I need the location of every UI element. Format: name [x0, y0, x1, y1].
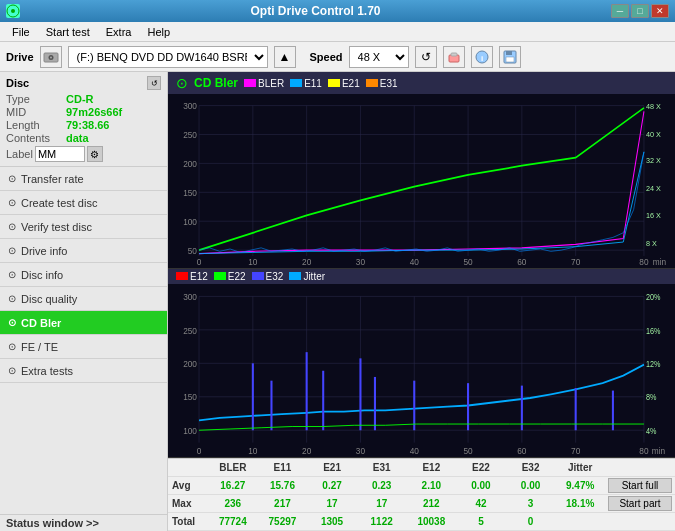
legend-bler-color [244, 79, 256, 87]
svg-text:40 X: 40 X [646, 129, 661, 138]
svg-text:min: min [653, 257, 666, 268]
stats-total-e31: 1122 [357, 516, 407, 527]
svg-text:80: 80 [639, 445, 648, 456]
svg-rect-50 [168, 284, 675, 458]
svg-text:16 X: 16 X [646, 210, 661, 219]
eject-button[interactable]: ▲ [274, 46, 296, 68]
disc-label-input[interactable] [35, 146, 85, 162]
sidebar: Disc ↺ Type CD-R MID 97m26s66f Length 79… [0, 72, 168, 531]
legend-e21-label: E21 [342, 78, 360, 89]
svg-point-4 [50, 56, 52, 58]
nav-disc-info-label: Disc info [21, 269, 63, 281]
nav-verify-test-disc-label: Verify test disc [21, 221, 92, 233]
disc-contents-key: Contents [6, 132, 66, 144]
chart1-header: ⊙ CD Bler BLER E11 E21 E31 [168, 72, 675, 94]
disc-contents-row: Contents data [6, 132, 161, 144]
stats-avg-jitter: 9.47% [555, 480, 605, 491]
svg-text:0: 0 [197, 445, 202, 456]
stats-total-e12: 10038 [407, 516, 457, 527]
maximize-button[interactable]: □ [631, 4, 649, 18]
erase-button[interactable] [443, 46, 465, 68]
drive-label: Drive [6, 51, 34, 63]
stats-avg-e32: 0.00 [506, 480, 556, 491]
extra-tests-icon: ⊙ [8, 365, 16, 376]
stats-header-e11: E11 [258, 462, 308, 473]
svg-point-1 [11, 9, 15, 13]
svg-text:80: 80 [639, 257, 648, 268]
stats-header-e22: E22 [456, 462, 506, 473]
nav-create-test-disc-label: Create test disc [21, 197, 97, 209]
start-full-button[interactable]: Start full [608, 478, 672, 493]
svg-text:10: 10 [248, 257, 257, 268]
stats-max-bler: 236 [208, 498, 258, 509]
legend-e11: E11 [290, 78, 322, 89]
svg-text:70: 70 [571, 257, 580, 268]
drive-info-icon: ⊙ [8, 245, 16, 256]
stats-avg-e21: 0.27 [307, 480, 357, 491]
stats-header-bler: BLER [208, 462, 258, 473]
svg-text:250: 250 [183, 130, 197, 141]
status-window-label: Status window >> [6, 517, 99, 529]
svg-text:60: 60 [517, 257, 526, 268]
nav-cd-bler[interactable]: ⊙ CD Bler [0, 311, 167, 335]
nav-extra-tests[interactable]: ⊙ Extra tests [0, 359, 167, 383]
chart1-svg: 300 250 200 150 100 50 0 10 20 30 40 [168, 94, 675, 268]
nav-create-test-disc[interactable]: ⊙ Create test disc [0, 191, 167, 215]
svg-text:300: 300 [183, 291, 197, 302]
main-layout: Disc ↺ Type CD-R MID 97m26s66f Length 79… [0, 72, 675, 531]
svg-text:200: 200 [183, 358, 197, 369]
legend-e32-color [252, 272, 264, 280]
drive-selector[interactable]: (F:) BENQ DVD DD DW1640 BSRB [68, 46, 268, 68]
close-button[interactable]: ✕ [651, 4, 669, 18]
refresh-button[interactable]: ↺ [415, 46, 437, 68]
legend-e11-label: E11 [304, 78, 322, 89]
chart2-header: E12 E22 E32 Jitter [168, 269, 675, 284]
svg-rect-10 [506, 51, 512, 55]
legend-e21: E21 [328, 78, 360, 89]
info-button[interactable]: i [471, 46, 493, 68]
minimize-button[interactable]: ─ [611, 4, 629, 18]
nav-transfer-rate[interactable]: ⊙ Transfer rate [0, 167, 167, 191]
stats-max-jitter: 18.1% [555, 498, 605, 509]
svg-text:8 X: 8 X [646, 238, 657, 247]
nav-disc-info[interactable]: ⊙ Disc info [0, 263, 167, 287]
legend-e11-color [290, 79, 302, 87]
nav-drive-info[interactable]: ⊙ Drive info [0, 239, 167, 263]
legend-e31-label: E31 [380, 78, 398, 89]
start-full-col: Start full [605, 478, 675, 493]
disc-label-row: Label ⚙ [6, 146, 161, 162]
legend-e31-color [366, 79, 378, 87]
menu-extra[interactable]: Extra [98, 24, 140, 40]
title-bar: Opti Drive Control 1.70 ─ □ ✕ [0, 0, 675, 22]
stats-avg-e11: 15.76 [258, 480, 308, 491]
svg-text:24 X: 24 X [646, 184, 661, 193]
svg-text:min: min [652, 445, 665, 456]
charts-container: 300 250 200 150 100 50 0 10 20 30 40 [168, 94, 675, 458]
disc-length-key: Length [6, 119, 66, 131]
status-window-section[interactable]: Status window >> [0, 514, 167, 531]
svg-text:150: 150 [183, 391, 197, 402]
save-button[interactable] [499, 46, 521, 68]
svg-rect-6 [451, 53, 457, 56]
menu-file[interactable]: File [4, 24, 38, 40]
svg-text:100: 100 [183, 425, 197, 436]
disc-type-key: Type [6, 93, 66, 105]
legend-jitter-label: Jitter [303, 271, 325, 282]
legend-e22-label: E22 [228, 271, 246, 282]
nav-disc-quality[interactable]: ⊙ Disc quality [0, 287, 167, 311]
svg-text:70: 70 [571, 445, 580, 456]
menu-start-test[interactable]: Start test [38, 24, 98, 40]
stats-header-e21: E21 [307, 462, 357, 473]
legend-e31: E31 [366, 78, 398, 89]
start-part-button[interactable]: Start part [608, 496, 672, 511]
nav-fe-te[interactable]: ⊙ FE / TE [0, 335, 167, 359]
nav-verify-test-disc[interactable]: ⊙ Verify test disc [0, 215, 167, 239]
disc-mid-row: MID 97m26s66f [6, 106, 161, 118]
stats-total-bler: 77724 [208, 516, 258, 527]
disc-quality-icon: ⊙ [8, 293, 16, 304]
speed-selector[interactable]: 48 X [349, 46, 409, 68]
menu-help[interactable]: Help [139, 24, 178, 40]
disc-refresh-button[interactable]: ↺ [147, 76, 161, 90]
label-gear-button[interactable]: ⚙ [87, 146, 103, 162]
disc-contents-val: data [66, 132, 89, 144]
